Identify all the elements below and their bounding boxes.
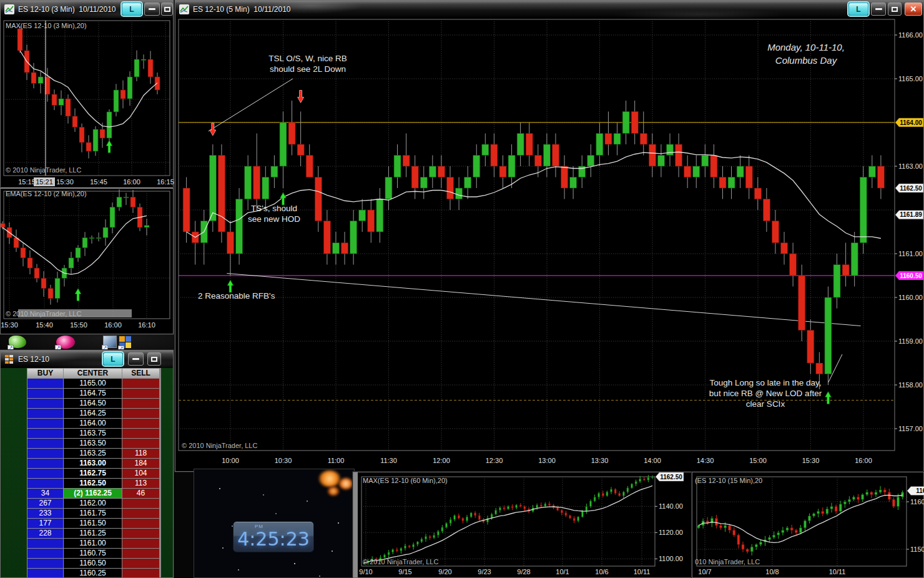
dom-sell-cell[interactable]: 113: [122, 479, 159, 488]
dom-price-cell[interactable]: 1163.25: [64, 449, 122, 458]
close-button[interactable]: ✕: [905, 2, 922, 16]
dom-price-cell[interactable]: 1163.75: [64, 429, 122, 438]
titlebar-3min[interactable]: ES 12-10 (3 Min) 10/11/2010 L: [1, 1, 173, 18]
indicator-label: MAX(ES 12-10 (3 Min),20): [6, 22, 87, 29]
plot-area: [4, 191, 170, 319]
dom-price-cell[interactable]: 1164.50: [64, 399, 122, 408]
minimize-button[interactable]: [144, 2, 160, 16]
time-axis: 10/710/810/11: [698, 568, 845, 576]
dom-sell-cell[interactable]: [122, 539, 159, 548]
maximize-button[interactable]: [147, 352, 161, 366]
dom-price-cell[interactable]: 1163.50: [64, 439, 122, 448]
dom-buy-cell[interactable]: [27, 569, 63, 577]
dom-buy-cell[interactable]: 228: [27, 529, 63, 538]
dom-buy-cell[interactable]: 34: [27, 489, 63, 498]
dom-price-cell[interactable]: 1160.25: [64, 569, 122, 577]
dom-buy-cell[interactable]: 267: [27, 499, 63, 508]
chart-canvas-15min[interactable]: 10/710/810/11116011501162(ES 12-10 (15 M…: [692, 472, 924, 577]
dom-sell-cell[interactable]: [122, 569, 159, 577]
dom-price-cell[interactable]: 1162.75: [64, 469, 122, 478]
dom-price-cell[interactable]: 1161.00: [64, 539, 122, 548]
dom-price-cell[interactable]: 1161.50: [64, 519, 122, 528]
dom-sell-cell[interactable]: 104: [122, 469, 159, 478]
time-tick-label: 15:30: [56, 178, 74, 186]
dom-price-cell[interactable]: 1161.25: [64, 529, 122, 538]
dom-sell-cell[interactable]: [122, 519, 159, 528]
chart-canvas-5min[interactable]: 10:0010:3011:0011:3012:0012:3013:0013:30…: [175, 18, 923, 472]
dom-sell-cell[interactable]: [122, 399, 159, 408]
dom-sell-cell[interactable]: [122, 409, 159, 418]
dom-buy-cell[interactable]: [27, 559, 63, 568]
desktop-shortcut-1[interactable]: ↗: [9, 336, 27, 350]
dom-price-cell[interactable]: 1164.00: [64, 419, 122, 428]
link-button[interactable]: L: [122, 2, 142, 16]
dom-buy-cell[interactable]: [27, 399, 63, 408]
chart-window-2min: 15:3015:4015:5016:0016:10EMA(ES 12-10 (2…: [0, 187, 174, 334]
minimize-button[interactable]: [128, 352, 144, 366]
dom-price-cell[interactable]: 1160.75: [64, 549, 122, 558]
chart-canvas-60min[interactable]: 9/109/159/209/239/2810/110/610/111140.00…: [353, 472, 692, 577]
dom-buy-cell[interactable]: [27, 479, 63, 488]
dom-buy-cell[interactable]: 177: [27, 519, 63, 528]
clock-widget[interactable]: PM 4:25:23: [194, 469, 355, 578]
dom-price-cell[interactable]: 1164.75: [64, 389, 122, 398]
dom-sell-cell[interactable]: 118: [122, 449, 159, 458]
maximize-button[interactable]: [161, 2, 173, 16]
dom-buy-cell[interactable]: [27, 389, 63, 398]
chart-annotation[interactable]: 2 Reasonable RFB's: [198, 291, 275, 301]
dom-sell-cell[interactable]: 46: [122, 489, 159, 498]
dom-sell-cell[interactable]: [122, 439, 159, 448]
minimize-button[interactable]: [871, 2, 886, 16]
minimize-icon: [875, 8, 882, 10]
dom-sell-cell[interactable]: [122, 429, 159, 438]
chart-canvas-2min[interactable]: 15:3015:4015:5016:0016:10EMA(ES 12-10 (2…: [1, 189, 174, 334]
dom-buy-cell[interactable]: [27, 469, 63, 478]
link-button[interactable]: L: [103, 352, 123, 366]
dom-price-cell[interactable]: 1162.50: [64, 479, 122, 488]
dom-price-cell[interactable]: 1161.75: [64, 509, 122, 518]
price-tick-label: 1157.00: [898, 425, 923, 432]
dom-buy-cell[interactable]: [27, 429, 63, 438]
dom-sell-cell[interactable]: [122, 549, 159, 558]
close-icon: ✕: [910, 4, 917, 14]
dom-price-cell[interactable]: (2) 1162.25: [64, 489, 122, 498]
dom-price-cell[interactable]: 1165.00: [64, 379, 122, 388]
dom-buy-cell[interactable]: [27, 449, 63, 458]
price-axis: 116011501162: [907, 487, 924, 553]
dom-window: ES 12-10 L BUY CENTER SELL 1165.001164.7…: [0, 350, 174, 578]
dom-sell-cell[interactable]: [122, 499, 159, 508]
dom-buy-cell[interactable]: [27, 539, 63, 548]
copyright-label: © 2010 NinjaTrader, LLC: [363, 558, 438, 566]
dom-buy-cell[interactable]: [27, 439, 63, 448]
titlebar-dom[interactable]: ES 12-10 L: [1, 351, 173, 368]
clock-panel: PM 4:25:23: [233, 521, 314, 552]
dom-sell-cell[interactable]: 184: [122, 459, 159, 468]
link-button[interactable]: L: [848, 2, 868, 16]
price-tick-label: 1160.00: [898, 294, 923, 301]
price-tick-label: 1165.00: [898, 75, 923, 82]
dom-price-cell[interactable]: 1164.25: [64, 409, 122, 418]
dom-price-cell[interactable]: 1163.00: [64, 459, 122, 468]
dom-buy-cell[interactable]: 233: [27, 509, 63, 518]
dom-sell-cell[interactable]: [122, 559, 159, 568]
dom-buy-cell[interactable]: [27, 379, 63, 388]
dom-sell-cell[interactable]: [122, 379, 159, 388]
dom-sell-cell[interactable]: [122, 509, 159, 518]
dom-buy-cell[interactable]: [27, 409, 63, 418]
dom-sell-cell[interactable]: [122, 389, 159, 398]
dom-price-cell[interactable]: 1160.50: [64, 559, 122, 568]
time-tick-label: 16:00: [123, 178, 140, 186]
dom-buy-cell[interactable]: [27, 419, 63, 428]
dom-sell-cell[interactable]: [122, 529, 159, 538]
dom-price-cell[interactable]: 1162.00: [64, 499, 122, 508]
time-tick-label: 15:00: [749, 457, 767, 464]
dom-buy-cell[interactable]: [27, 459, 63, 468]
dom-buy-cell[interactable]: [27, 549, 63, 558]
desktop-shortcut-2[interactable]: ↗: [56, 336, 75, 350]
titlebar-5min[interactable]: ES 12-10 (5 Min) 10/11/2010 L ✕: [175, 1, 923, 18]
chart-canvas-3min[interactable]: 15:1515:2115:3015:4516:0016:15MAX(ES 12-…: [1, 18, 174, 189]
dom-sell-cell[interactable]: [122, 419, 159, 428]
price-tick-label: 1161.00: [898, 250, 923, 257]
desktop-shortcut-4[interactable]: ↗: [119, 336, 138, 351]
maximize-button[interactable]: [888, 2, 902, 16]
